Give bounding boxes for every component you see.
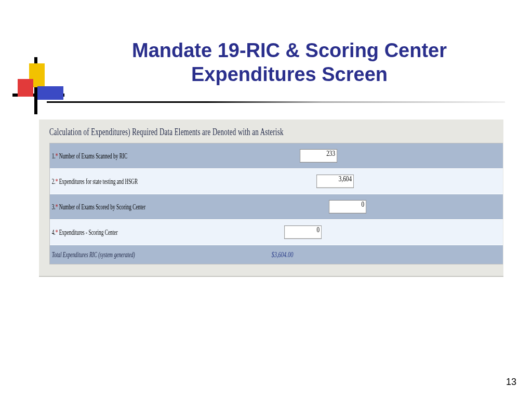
row-exams-scored: 3.* Number of Exams Scored by Scoring Ce… — [50, 194, 503, 220]
form-panel: Calculation of Expenditures) Required Da… — [39, 119, 503, 277]
row-expenditures-hsgr: 2.* Expenditures for state testing and H… — [50, 169, 503, 194]
slide-logo — [12, 57, 64, 114]
section-heading: Calculation of Expenditures) Required Da… — [49, 127, 376, 138]
input-exams-scored[interactable]: 0 — [329, 200, 366, 214]
svg-rect-4 — [37, 86, 63, 100]
input-expenditures-scoring[interactable]: 0 — [284, 225, 322, 239]
input-expenditures-hsgr[interactable]: 3,604 — [316, 175, 354, 188]
form-box: 1.* Number of Exams Scanned by RIC 233 2… — [49, 143, 503, 264]
page-number: 13 — [506, 377, 516, 388]
row-label: 1.* Number of Exams Scanned by RIC — [50, 152, 127, 161]
title-divider — [47, 101, 505, 103]
total-label: Total Expenditures RIC (system generated… — [50, 250, 135, 259]
row-expenditures-scoring: 4.* Expenditures - Scoring Center 0 — [50, 220, 503, 245]
svg-rect-3 — [18, 79, 33, 97]
total-value: $3,604.00 — [187, 250, 408, 259]
row-label: 3.* Number of Exams Scored by Scoring Ce… — [50, 203, 145, 211]
row-exams-scanned: 1.* Number of Exams Scanned by RIC 233 — [50, 143, 503, 169]
input-exams-scanned[interactable]: 233 — [300, 149, 337, 163]
row-label: 4.* Expenditures - Scoring Center — [50, 228, 118, 237]
row-total: Total Expenditures RIC (system generated… — [50, 245, 503, 264]
row-label: 2.* Expenditures for state testing and H… — [50, 177, 138, 186]
slide-title: Mandate 19-RIC & Scoring Center Expendit… — [78, 39, 501, 86]
